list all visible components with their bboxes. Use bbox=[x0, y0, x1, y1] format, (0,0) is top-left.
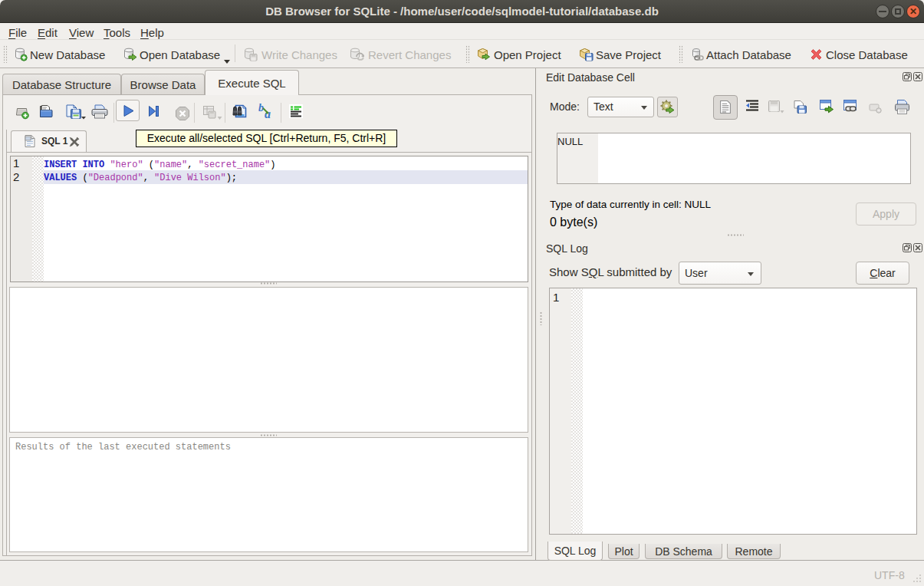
svg-text:b: b bbox=[258, 103, 264, 114]
